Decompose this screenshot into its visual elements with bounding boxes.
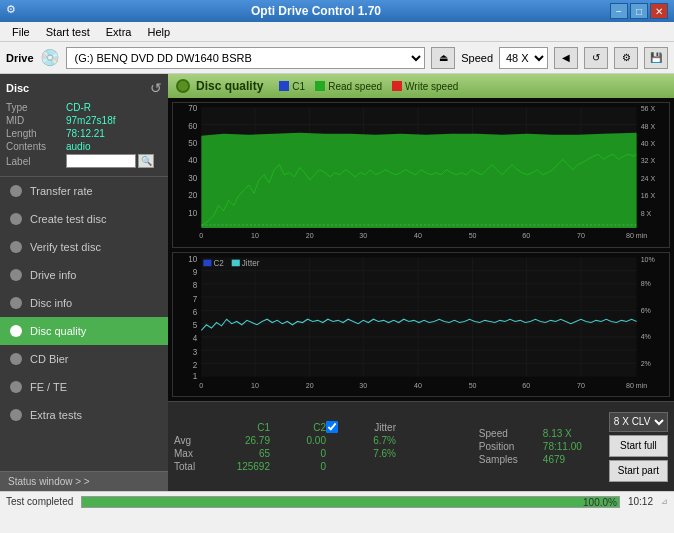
sidebar-item-disc-info-label: Disc info: [30, 297, 72, 309]
maximize-button[interactable]: □: [630, 3, 648, 19]
save-button[interactable]: 💾: [644, 47, 668, 69]
legend-write-speed-box: [392, 81, 402, 91]
elapsed-time: 10:12: [628, 496, 653, 507]
clv-select[interactable]: 8 X CLV: [609, 412, 668, 432]
max-c1: 65: [214, 448, 270, 459]
sidebar-item-cd-bier[interactable]: CD Bier: [0, 345, 168, 373]
resize-handle[interactable]: ⊿: [661, 497, 668, 506]
window-title: Opti Drive Control 1.70: [22, 4, 610, 18]
total-label: Total: [174, 461, 214, 472]
sidebar-item-fe-te[interactable]: FE / TE: [0, 373, 168, 401]
legend-write-speed-label: Write speed: [405, 81, 458, 92]
disc-length-value: 78:12.21: [66, 128, 105, 139]
settings-button[interactable]: ⚙: [614, 47, 638, 69]
svg-text:40: 40: [188, 156, 197, 165]
minimize-button[interactable]: −: [610, 3, 628, 19]
avg-c2: 0.00: [270, 435, 326, 446]
legend-read-speed-box: [315, 81, 325, 91]
sidebar-item-transfer-rate[interactable]: Transfer rate: [0, 177, 168, 205]
disc-contents-row: Contents audio: [6, 141, 162, 152]
svg-text:2: 2: [193, 359, 198, 369]
refresh-drive-button[interactable]: ↺: [584, 47, 608, 69]
main-content: Disc ↺ Type CD-R MID 97m27s18f Length 78…: [0, 74, 674, 491]
svg-text:1: 1: [193, 370, 198, 380]
disc-length-row: Length 78:12.21: [6, 128, 162, 139]
svg-text:16 X: 16 X: [641, 192, 656, 200]
max-label: Max: [174, 448, 214, 459]
status-text: Test completed: [6, 496, 73, 507]
speed-stat-value: 8.13 X: [543, 428, 572, 439]
speed-stat-label: Speed: [479, 428, 539, 439]
sidebar-item-disc-info[interactable]: Disc info: [0, 289, 168, 317]
fe-te-icon: [8, 379, 24, 395]
sidebar-item-drive-info[interactable]: Drive info: [0, 261, 168, 289]
disc-mid-row: MID 97m27s18f: [6, 115, 162, 126]
svg-text:20: 20: [306, 380, 314, 389]
progress-percentage: 100.0%: [583, 497, 617, 509]
start-part-button[interactable]: Start part: [609, 460, 668, 482]
sidebar-item-extra-tests[interactable]: Extra tests: [0, 401, 168, 429]
drive-label: Drive: [6, 52, 34, 64]
drive-bar: Drive 💿 (G:) BENQ DVD DD DW1640 BSRB ⏏ S…: [0, 42, 674, 74]
disc-type-row: Type CD-R: [6, 102, 162, 113]
max-c2: 0: [270, 448, 326, 459]
svg-text:70: 70: [188, 104, 197, 113]
eject-button[interactable]: ⏏: [431, 47, 455, 69]
svg-text:30: 30: [359, 232, 367, 240]
jitter-header: Jitter: [346, 422, 396, 433]
svg-text:9: 9: [193, 266, 198, 276]
svg-text:2%: 2%: [641, 358, 652, 367]
svg-text:40: 40: [414, 380, 422, 389]
position-stat-value: 78:11.00: [543, 441, 582, 452]
svg-text:5: 5: [193, 319, 198, 329]
svg-text:60: 60: [188, 122, 197, 131]
svg-rect-83: [232, 259, 240, 266]
disc-label-search-button[interactable]: 🔍: [138, 154, 154, 168]
svg-text:30: 30: [359, 380, 367, 389]
disc-label-input[interactable]: [66, 154, 136, 168]
sidebar: Disc ↺ Type CD-R MID 97m27s18f Length 78…: [0, 74, 168, 491]
svg-text:8%: 8%: [641, 278, 652, 287]
svg-text:60: 60: [522, 380, 530, 389]
title-bar: ⚙ Opti Drive Control 1.70 − □ ✕: [0, 0, 674, 22]
back-button[interactable]: ◀: [554, 47, 578, 69]
svg-text:0: 0: [199, 232, 203, 240]
svg-text:10: 10: [251, 380, 259, 389]
drive-select[interactable]: (G:) BENQ DVD DD DW1640 BSRB: [66, 47, 426, 69]
close-button[interactable]: ✕: [650, 3, 668, 19]
bottom-bar: Test completed 100.0% 10:12 ⊿: [0, 491, 674, 511]
menu-start-test[interactable]: Start test: [38, 24, 98, 40]
sidebar-item-create-test-disc-label: Create test disc: [30, 213, 106, 225]
svg-text:70: 70: [577, 232, 585, 240]
jitter-checkbox[interactable]: [326, 421, 338, 433]
progress-bar-container: 100.0%: [81, 496, 620, 508]
menu-extra[interactable]: Extra: [98, 24, 140, 40]
sidebar-item-disc-quality-label: Disc quality: [30, 325, 86, 337]
avg-label: Avg: [174, 435, 214, 446]
legend-read-speed: Read speed: [315, 81, 382, 92]
disc-info-icon: [8, 295, 24, 311]
sidebar-item-create-test-disc[interactable]: Create test disc: [0, 205, 168, 233]
speed-select[interactable]: 48 X: [499, 47, 548, 69]
c1-chart-container: 70 60 50 40 30 20 10 56 X 48 X 40 X 32 X…: [172, 102, 670, 248]
menu-file[interactable]: File: [4, 24, 38, 40]
svg-text:Jitter: Jitter: [242, 257, 260, 267]
disc-mid-label: MID: [6, 115, 66, 126]
menu-bar: File Start test Extra Help: [0, 22, 674, 42]
disc-contents-label: Contents: [6, 141, 66, 152]
drive-info-icon: [8, 267, 24, 283]
svg-text:7: 7: [193, 293, 198, 303]
legend-write-speed: Write speed: [392, 81, 458, 92]
start-full-button[interactable]: Start full: [609, 435, 668, 457]
disc-quality-header: Disc quality C1 Read speed Write speed: [168, 74, 674, 98]
total-c2: 0: [270, 461, 326, 472]
avg-jitter: 6.7%: [346, 435, 396, 446]
sidebar-item-disc-quality[interactable]: Disc quality: [0, 317, 168, 345]
svg-text:30: 30: [188, 174, 197, 183]
sidebar-item-cd-bier-label: CD Bier: [30, 353, 69, 365]
disc-refresh-button[interactable]: ↺: [150, 80, 162, 96]
svg-text:10: 10: [188, 253, 197, 263]
status-window-button[interactable]: Status window > >: [0, 471, 168, 491]
sidebar-item-verify-test-disc[interactable]: Verify test disc: [0, 233, 168, 261]
menu-help[interactable]: Help: [139, 24, 178, 40]
